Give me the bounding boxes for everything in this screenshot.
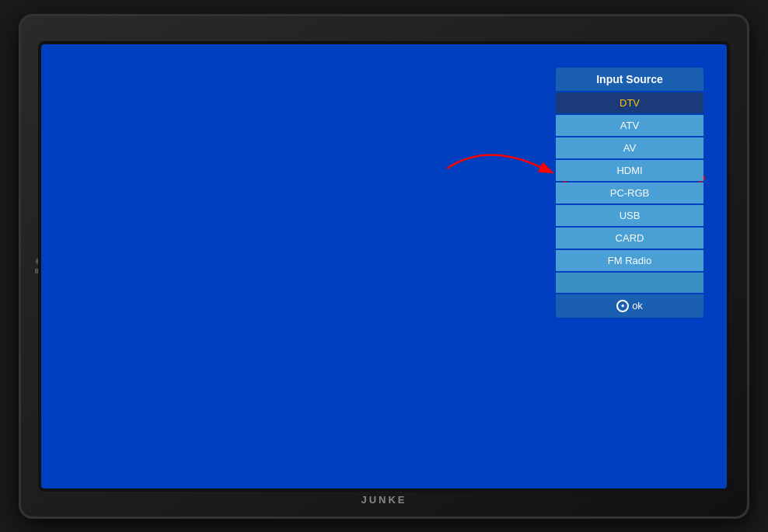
ok-circle-icon: ● bbox=[616, 300, 629, 312]
menu-item-hdmi[interactable]: HDMI bbox=[556, 160, 703, 181]
menu-item-atv[interactable]: ATV bbox=[556, 115, 703, 136]
menu-item-empty bbox=[556, 273, 703, 293]
tv-monitor: IR Input Source DTV bbox=[19, 14, 749, 519]
screen-bezel: Input Source DTV ATV AV HDMI PC-RGB USB bbox=[38, 41, 730, 492]
menu-item-card[interactable]: CARD bbox=[556, 228, 703, 249]
menu-item-usb[interactable]: USB bbox=[556, 205, 703, 226]
menu-item-pc-rgb[interactable]: PC-RGB bbox=[556, 183, 703, 203]
menu-ok-button[interactable]: ● ok bbox=[556, 294, 703, 318]
menu-item-fm-radio[interactable]: FM Radio bbox=[556, 250, 703, 271]
menu-title: Input Source bbox=[556, 68, 703, 91]
menu-item-av[interactable]: AV bbox=[556, 137, 703, 158]
input-source-menu[interactable]: Input Source DTV ATV AV HDMI PC-RGB USB bbox=[556, 68, 703, 318]
tv-screen: Input Source DTV ATV AV HDMI PC-RGB USB bbox=[41, 44, 727, 489]
menu-item-dtv[interactable]: DTV bbox=[556, 92, 703, 113]
red-arrow-annotation bbox=[439, 145, 564, 192]
brand-label: JUNKE bbox=[361, 494, 407, 506]
